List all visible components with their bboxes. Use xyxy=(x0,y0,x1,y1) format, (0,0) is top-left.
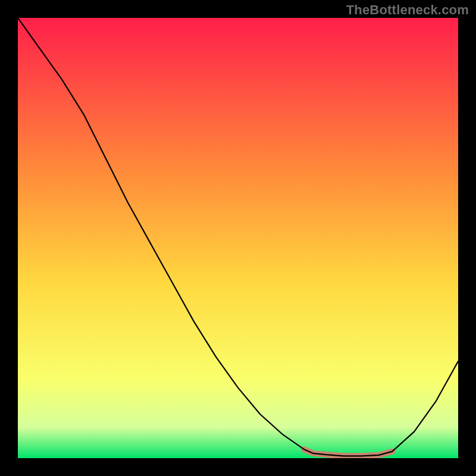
chart-frame: TheBottleneck.com xyxy=(0,0,476,476)
plot-area xyxy=(18,18,458,458)
gradient-background xyxy=(18,18,458,458)
bottleneck-chart xyxy=(18,18,458,458)
watermark-text: TheBottleneck.com xyxy=(346,2,469,18)
